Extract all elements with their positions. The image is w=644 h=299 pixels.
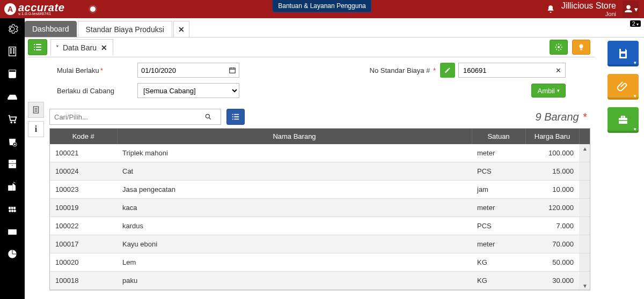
svg-rect-31	[230, 68, 236, 73]
cell-nama: kardus	[117, 217, 472, 235]
table-row[interactable]: 100020LemKG50.000	[50, 253, 590, 272]
search-button[interactable]	[204, 113, 221, 121]
mulai-berlaku-input[interactable]	[137, 63, 239, 78]
user-name: Joni	[561, 11, 616, 17]
svg-rect-26	[621, 54, 625, 57]
nav-sales[interactable]	[5, 111, 20, 126]
tab-standar-biaya-produksi[interactable]: Standar Biaya Produksi	[78, 21, 172, 37]
col-harga[interactable]: Harga Baru	[525, 129, 579, 144]
cell-harga: 50.000	[525, 253, 579, 272]
berlaku-cabang-field[interactable]: [Semua Cabang]	[137, 83, 239, 98]
info-icon: i	[35, 124, 37, 134]
nav-inventory[interactable]	[5, 156, 20, 171]
table-row[interactable]: 100018pakuKG30.000	[50, 272, 590, 290]
account-block[interactable]: Jillicious Store Joni	[561, 1, 616, 17]
nav-settings[interactable]	[5, 21, 20, 36]
bag-plus-icon	[6, 136, 18, 147]
table-row[interactable]: 100017Kayu ebonimeter70.000	[50, 235, 590, 253]
table-row[interactable]: 100022kardusPCS7.000	[50, 217, 590, 235]
tab-dashboard[interactable]: Dashboard	[25, 21, 77, 37]
cell-scroll	[579, 181, 590, 199]
nav-production[interactable]	[5, 201, 20, 216]
wallet-icon	[6, 91, 18, 102]
store-name: Jillicious Store	[561, 1, 616, 11]
table-row[interactable]: 100023Jasa pengecatanjam10.000	[50, 181, 590, 199]
cell-satuan: KG	[472, 272, 525, 290]
svg-rect-13	[9, 164, 16, 168]
help-services-label: Bantuan & Layanan Pengguna	[278, 2, 365, 10]
cell-kode: 100018	[50, 272, 117, 290]
detail-tab-lines[interactable]	[28, 102, 44, 118]
paperclip-icon	[617, 80, 630, 93]
col-kode[interactable]: Kode #	[50, 129, 117, 144]
svg-rect-1	[10, 49, 11, 50]
scroll-down-icon[interactable]: ▼	[581, 283, 589, 289]
clear-icon[interactable]: ✕	[555, 66, 561, 74]
cell-harga: 10.000	[525, 181, 579, 199]
conveyor-icon	[6, 203, 18, 215]
edit-nostd-button[interactable]	[440, 63, 455, 78]
list-view-button[interactable]	[28, 39, 47, 55]
item-picker-button[interactable]	[226, 109, 245, 125]
nav-assets[interactable]	[5, 179, 20, 194]
cell-scroll	[579, 253, 590, 272]
factory-icon	[6, 181, 18, 192]
nav-reports[interactable]	[5, 246, 20, 261]
nav-ledger[interactable]	[5, 66, 20, 81]
book-icon	[6, 68, 18, 80]
table-row[interactable]: 100024CatPCS15.000	[50, 162, 590, 181]
svg-rect-29	[619, 120, 627, 121]
berlaku-cabang-select[interactable]: [Semua Cabang]	[137, 83, 239, 98]
bell-icon	[546, 5, 555, 13]
calendar-icon[interactable]	[229, 66, 236, 74]
close-icon[interactable]: ✕	[101, 43, 107, 52]
cell-satuan: meter	[472, 144, 525, 162]
nav-tax[interactable]: TAX	[5, 224, 20, 239]
nav-company[interactable]	[5, 44, 20, 59]
notifications-button[interactable]	[546, 5, 555, 13]
cart-icon	[6, 113, 18, 125]
col-satuan[interactable]: Satuan	[472, 129, 525, 144]
record-indicator-icon[interactable]	[90, 6, 96, 12]
help-services-button[interactable]: Bantuan & Layanan Pengguna	[272, 0, 371, 12]
mulai-berlaku-field[interactable]	[137, 63, 239, 78]
svg-rect-3	[10, 50, 11, 51]
cell-harga: 7.000	[525, 217, 579, 235]
briefcase-icon	[617, 114, 630, 126]
attachment-button[interactable]: ▾	[608, 74, 639, 100]
cell-harga: 120.000	[525, 199, 579, 217]
dirty-indicator-icon: *	[56, 44, 58, 50]
subtab-bar: * Data Baru ✕	[25, 38, 598, 57]
cell-kode: 100017	[50, 235, 117, 253]
ambil-label: Ambil	[537, 87, 555, 95]
table-row[interactable]: 100019kacameter120.000	[50, 199, 590, 217]
svg-rect-22	[14, 207, 16, 209]
col-nama[interactable]: Nama Barang	[117, 129, 472, 144]
tab-notification-badge[interactable]: 2 ▾	[630, 20, 641, 27]
cell-nama: kaca	[117, 199, 472, 217]
profile-menu-button[interactable]: ▾	[623, 1, 639, 17]
ambil-button[interactable]: Ambil ▾	[531, 84, 566, 98]
form-settings-button[interactable]	[550, 40, 568, 55]
brand-logo[interactable]: A accurate v.1.0.0-test#8741	[0, 2, 69, 16]
table-row[interactable]: 100021Triplek mahonimeter100.000	[50, 144, 590, 162]
nav-cash[interactable]	[5, 89, 20, 104]
item-search-input[interactable]	[50, 113, 204, 121]
subtab-data-baru[interactable]: * Data Baru ✕	[50, 39, 113, 55]
nav-purchase[interactable]	[5, 134, 20, 149]
pencil-icon	[444, 66, 451, 74]
scroll-up-icon[interactable]: ▲	[581, 146, 589, 152]
pie-chart-icon	[6, 248, 18, 260]
svg-rect-2	[13, 49, 14, 50]
item-search-field[interactable]	[49, 109, 221, 125]
toolbox-button[interactable]: ▾	[608, 107, 639, 133]
cell-satuan: meter	[472, 235, 525, 253]
gear-icon	[6, 23, 18, 35]
save-button[interactable]: ▾	[608, 41, 639, 66]
detail-tab-info[interactable]: i	[28, 121, 44, 137]
cell-satuan: meter	[472, 199, 525, 217]
no-standar-biaya-input[interactable]	[458, 63, 566, 78]
tax-icon: TAX	[6, 226, 18, 237]
tab-close-button[interactable]: ✕	[173, 21, 189, 37]
hint-button[interactable]	[572, 40, 590, 55]
